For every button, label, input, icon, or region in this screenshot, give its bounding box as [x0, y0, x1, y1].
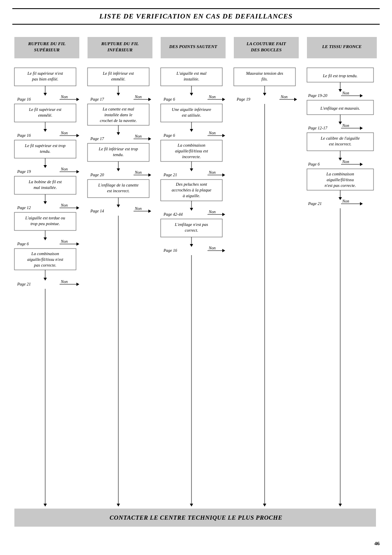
c1n2-text2: emmêlé. [38, 113, 53, 117]
bottom-bar-text: CONTACTER LE CENTRE TECHNIQUE LE PLUS PR… [110, 514, 282, 521]
c2-arrowhead1 [117, 93, 120, 96]
c1n1-text2: pas bien enfilé. [32, 77, 58, 81]
c1n6-text3: pas correcte. [34, 263, 56, 267]
col3-header-text: DES POINTS SAUTENT [169, 44, 218, 49]
c3-arrowhead3 [190, 168, 193, 171]
c5n3-text1: Le calibre de l'aiguille [321, 136, 360, 140]
c1-non1-text: Non [60, 94, 68, 99]
c1n1-text1: Le fil supérieur n'est [27, 71, 64, 76]
c2n3-text1: Le fil inférieur est trop [98, 147, 138, 151]
c2-page1: Page 17 [90, 97, 104, 101]
c1-non3-head [76, 170, 79, 173]
c1n6-text2: aiguille/fil/tissu n'est [27, 257, 64, 262]
c5n3-text2: est incorrect. [329, 142, 351, 146]
c2n4-text2: est incorrect. [107, 189, 129, 193]
c1n4-text1: La bobine de fil est [28, 180, 62, 184]
c1-non4-text: Non [60, 203, 68, 207]
c1-non1-head [76, 98, 79, 101]
c2-arrowhead2 [117, 132, 120, 135]
c1-non2-text: Non [60, 131, 68, 135]
c1-non5-head [76, 242, 79, 246]
c5n1-text1: Le fil est trop tendu. [323, 74, 357, 78]
c3-page2: Page 6 [163, 133, 175, 138]
c3-non3-head [222, 173, 225, 177]
c2-non1-text: Non [134, 94, 142, 99]
c1-non6-head [76, 283, 79, 286]
c2-page3: Page 20 [90, 173, 104, 177]
c2n1-text1: Le fil inférieur est [102, 71, 134, 76]
c5-non3-head [360, 163, 363, 166]
c5n2-text1: L'enfilage est mauvais. [320, 106, 360, 111]
c2-non3-head [148, 173, 151, 177]
c3-arrowhead5 [190, 244, 193, 247]
c3-non3-text: Non [208, 170, 216, 175]
c4-bottom-head [263, 504, 266, 507]
c2-non4-head [148, 210, 151, 213]
c1-arrowhead5 [44, 237, 47, 240]
c2-arrowhead3 [117, 168, 120, 171]
c5-page2: Page 12-17 [308, 126, 327, 130]
c1-non4-head [76, 206, 79, 210]
c1-non5-text: Non [60, 239, 68, 244]
c5-non4-text: Non [342, 199, 349, 203]
c3n1-text2: installée. [184, 77, 199, 81]
c3-non1-head [222, 98, 225, 101]
c5-arrowhead2 [339, 122, 342, 124]
c5-non1-head [360, 94, 363, 97]
c2-bottom-head [117, 504, 120, 507]
c2n1-text2: emmêlé. [111, 77, 126, 81]
c1n3-text1: Le fil supérieur est trop [25, 143, 66, 148]
c4-page1: Page 19 [236, 97, 250, 101]
c2n3-text2: tendu. [113, 152, 124, 157]
c1n2-text1: Le fil supérieur est [28, 107, 62, 112]
c3-non5-text: Non [208, 246, 216, 250]
c2-non2-head [148, 137, 151, 140]
c1-arrowhead3 [44, 165, 47, 168]
c1-bottom-head [44, 504, 47, 507]
c1-arrowhead2 [44, 129, 47, 132]
c5-bottom-head [339, 504, 342, 507]
c2n2-text1: La canette est mal [102, 107, 134, 111]
c1-non3-text: Non [60, 167, 68, 171]
c3n2-text2: est utilisée. [182, 113, 201, 117]
c5-arrowhead1 [339, 89, 342, 92]
c1-page4: Page 12 [17, 205, 31, 210]
c1-arrowhead1 [44, 93, 47, 96]
c1-page5: Page 6 [17, 242, 29, 246]
c2-non3-text: Non [134, 170, 142, 175]
c2-non4-text: Non [134, 206, 142, 211]
c1n5-text2: trop peu pointue. [30, 221, 60, 226]
c5-arrowhead4 [339, 197, 342, 200]
c3-non2-head [222, 134, 225, 137]
c1-non2-head [76, 134, 79, 137]
page-title: LISTE DE VERIFICATION EN CAS DE DEFAILLA… [12, 12, 380, 21]
col4-header-text2: DES BOUCLES [251, 47, 282, 52]
c5-page4: Page 21 [308, 201, 322, 206]
c5-non2-head [360, 127, 363, 130]
c1n4-text2: mal installée. [34, 185, 57, 190]
c1-non6-text: Non [60, 279, 68, 284]
c3n5-text2: correct. [185, 228, 198, 233]
title-section: LISTE DE VERIFICATION EN CAS DE DEFAILLA… [12, 8, 380, 25]
c5-non2-text: Non [342, 123, 349, 128]
c3n3-text2: aiguille/fil/tissu est [175, 149, 208, 153]
c5n4-text3: n'est pas correcte. [325, 183, 356, 188]
c3-non4-head [222, 213, 225, 216]
c3-page5: Page 16 [163, 248, 177, 253]
c3-arrowhead2 [190, 129, 193, 132]
col1-header-text2: SUPÉRIEUR [34, 47, 60, 52]
c2n2-text3: crochet de la navette. [100, 118, 137, 123]
c1-arrowhead6 [44, 278, 47, 281]
c3n2-text1: Une aiguille inférieure [172, 107, 211, 112]
c3n1-text1: L'aiguille est mal [176, 71, 207, 76]
c5-page1: Page 19-20 [308, 93, 327, 98]
c5n4-text1: La combinaison [326, 172, 354, 176]
c3n3-text1: La combinaison [177, 143, 205, 147]
c1-page6: Page 21 [17, 282, 31, 286]
c3-page4: Page 42-44 [163, 212, 182, 216]
c1n5-text1: L'aiguille est tordue ou [25, 216, 65, 220]
c5-non4-head [360, 202, 363, 205]
c2-non1-head [148, 98, 151, 101]
c3-bottom-head [190, 504, 193, 507]
c1-arrowhead4 [44, 201, 47, 204]
